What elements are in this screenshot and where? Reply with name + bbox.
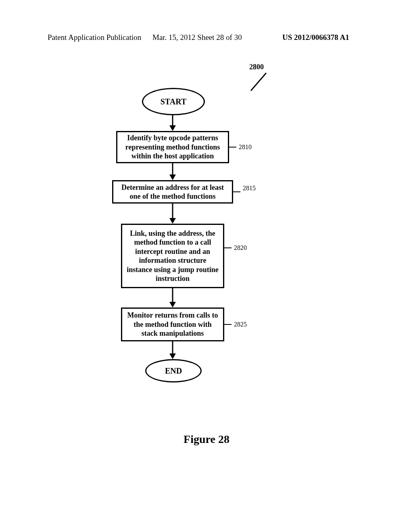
terminator-end-label: END bbox=[165, 366, 182, 376]
ref-label-2820: 2820 bbox=[234, 244, 247, 251]
ref-tick-2810 bbox=[229, 147, 236, 148]
process-text: Link, using the address, the method func… bbox=[125, 229, 220, 283]
figure-number-label: 2800 bbox=[249, 63, 264, 71]
ref-label-2810: 2810 bbox=[239, 143, 252, 151]
terminator-end: END bbox=[145, 359, 202, 382]
ref-label-2815: 2815 bbox=[243, 185, 256, 192]
process-box-2810: Identify byte opcode patterns representi… bbox=[116, 131, 229, 163]
process-box-2820: Link, using the address, the method func… bbox=[121, 224, 224, 288]
terminator-start-label: START bbox=[161, 97, 187, 106]
terminator-start: START bbox=[142, 88, 205, 115]
header-publication: Patent Application Publication bbox=[48, 33, 141, 42]
page: Patent Application Publication Mar. 15, … bbox=[0, 0, 413, 532]
process-box-2815: Determine an address for at least one of… bbox=[112, 180, 233, 204]
ref-tick-2820 bbox=[224, 247, 232, 248]
process-text: Identify byte opcode patterns representi… bbox=[121, 133, 225, 161]
figure-lead-line bbox=[248, 71, 270, 93]
ref-tick-2825 bbox=[224, 324, 232, 325]
process-text: Monitor returns from calls to the method… bbox=[125, 311, 220, 338]
figure-caption: Figure 28 bbox=[0, 433, 413, 446]
svg-marker-4 bbox=[169, 175, 176, 180]
process-box-2825: Monitor returns from calls to the method… bbox=[121, 308, 224, 341]
svg-marker-2 bbox=[169, 125, 176, 131]
arrow-2810-to-2815 bbox=[171, 163, 174, 180]
header-date-sheet: Mar. 15, 2012 Sheet 28 of 30 bbox=[152, 33, 242, 42]
svg-marker-8 bbox=[169, 302, 176, 308]
header-patent-number: US 2012/0066378 A1 bbox=[282, 33, 349, 42]
svg-marker-6 bbox=[169, 218, 176, 224]
arrow-2820-to-2825 bbox=[171, 288, 174, 308]
svg-marker-10 bbox=[169, 353, 176, 359]
svg-line-0 bbox=[251, 73, 266, 91]
arrow-start-to-2810 bbox=[171, 114, 174, 131]
ref-label-2825: 2825 bbox=[234, 321, 247, 328]
arrow-2825-to-end bbox=[171, 341, 174, 359]
ref-tick-2815 bbox=[233, 191, 240, 192]
process-text: Determine an address for at least one of… bbox=[117, 183, 229, 201]
arrow-2815-to-2820 bbox=[171, 204, 174, 224]
